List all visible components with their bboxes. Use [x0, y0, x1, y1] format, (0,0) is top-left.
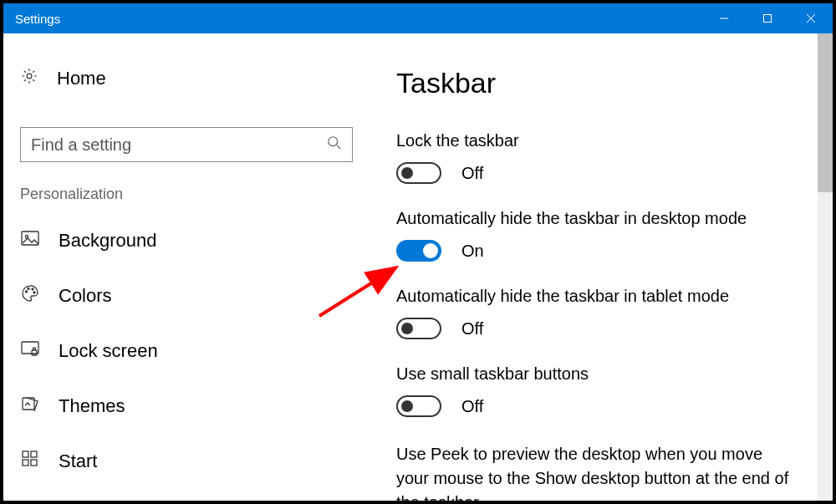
- toggle-autohide-tablet[interactable]: [396, 318, 441, 339]
- home-label: Home: [57, 68, 106, 89]
- svg-point-11: [32, 288, 33, 290]
- svg-point-12: [33, 292, 35, 293]
- sidebar-item-label: Lock screen: [59, 340, 158, 362]
- setting-small-buttons: Use small taskbar buttons Off: [396, 364, 808, 417]
- sidebar-item-background[interactable]: Background: [20, 228, 326, 253]
- toggle-state: On: [461, 242, 484, 261]
- section-label: Personalization: [20, 186, 326, 203]
- setting-label: Lock the taskbar: [396, 131, 808, 150]
- peek-description: Use Peek to preview the desktop when you…: [396, 442, 789, 501]
- svg-rect-13: [22, 342, 38, 354]
- toggle-state: Off: [461, 319, 483, 339]
- setting-label: Use small taskbar buttons: [396, 364, 808, 384]
- start-icon: [20, 449, 40, 474]
- titlebar[interactable]: Settings: [3, 3, 833, 33]
- page-title: Taskbar: [396, 67, 808, 99]
- toggle-row: Off: [396, 318, 808, 339]
- close-button[interactable]: [789, 3, 833, 33]
- main-content: Taskbar Lock the taskbar Off Automatical…: [346, 33, 833, 501]
- toggle-row: Off: [396, 162, 808, 184]
- svg-rect-7: [22, 232, 38, 245]
- settings-window: Settings Home Find a setting: [3, 3, 833, 501]
- svg-point-10: [28, 288, 29, 290]
- palette-icon: [20, 283, 40, 308]
- svg-rect-18: [23, 460, 28, 466]
- search-input[interactable]: Find a setting: [20, 127, 353, 162]
- toggle-row: Off: [396, 395, 808, 417]
- sidebar-item-themes[interactable]: Themes: [20, 394, 326, 419]
- sidebar: Home Find a setting Personalization Back…: [3, 33, 346, 501]
- search-icon: [327, 135, 342, 155]
- svg-rect-1: [764, 15, 772, 23]
- toggle-row: On: [396, 240, 808, 262]
- setting-lock-taskbar: Lock the taskbar Off: [396, 131, 808, 184]
- sidebar-item-label: Start: [59, 451, 97, 472]
- setting-autohide-desktop: Automatically hide the taskbar in deskto…: [396, 209, 808, 262]
- svg-rect-19: [31, 460, 37, 466]
- toggle-lock-taskbar[interactable]: [396, 162, 441, 184]
- window-body: Home Find a setting Personalization Back…: [3, 33, 833, 501]
- sidebar-item-label: Background: [59, 230, 156, 252]
- scrollbar-thumb[interactable]: [818, 33, 833, 192]
- themes-icon: [20, 394, 40, 419]
- sidebar-item-label: Themes: [59, 395, 125, 417]
- lock-screen-icon: [20, 339, 40, 364]
- svg-rect-17: [31, 451, 37, 457]
- sidebar-nav: Background Colors Lock screen: [20, 228, 326, 474]
- search-placeholder: Find a setting: [31, 135, 131, 155]
- svg-rect-14: [32, 350, 37, 355]
- setting-label: Automatically hide the taskbar in deskto…: [396, 209, 808, 228]
- window-controls: [702, 3, 833, 33]
- svg-point-4: [27, 74, 32, 79]
- toggle-state: Off: [461, 397, 483, 416]
- sidebar-item-lock-screen[interactable]: Lock screen: [20, 339, 326, 364]
- svg-point-9: [26, 291, 28, 293]
- maximize-button[interactable]: [746, 3, 789, 33]
- toggle-autohide-desktop[interactable]: [396, 240, 441, 262]
- home-link[interactable]: Home: [20, 67, 326, 90]
- sidebar-item-start[interactable]: Start: [20, 449, 326, 474]
- sidebar-item-label: Colors: [59, 285, 112, 307]
- setting-autohide-tablet: Automatically hide the taskbar in tablet…: [396, 287, 808, 339]
- svg-point-8: [25, 235, 28, 237]
- svg-rect-16: [23, 451, 28, 457]
- svg-line-6: [337, 145, 341, 149]
- minimize-button[interactable]: [702, 3, 746, 33]
- toggle-small-buttons[interactable]: [396, 395, 441, 417]
- window-title: Settings: [15, 12, 60, 26]
- scrollbar[interactable]: [818, 33, 833, 501]
- toggle-state: Off: [461, 164, 483, 183]
- setting-label: Automatically hide the taskbar in tablet…: [396, 287, 808, 306]
- picture-icon: [20, 228, 40, 253]
- sidebar-item-colors[interactable]: Colors: [20, 283, 326, 308]
- gear-icon: [20, 67, 38, 90]
- svg-point-5: [329, 136, 338, 145]
